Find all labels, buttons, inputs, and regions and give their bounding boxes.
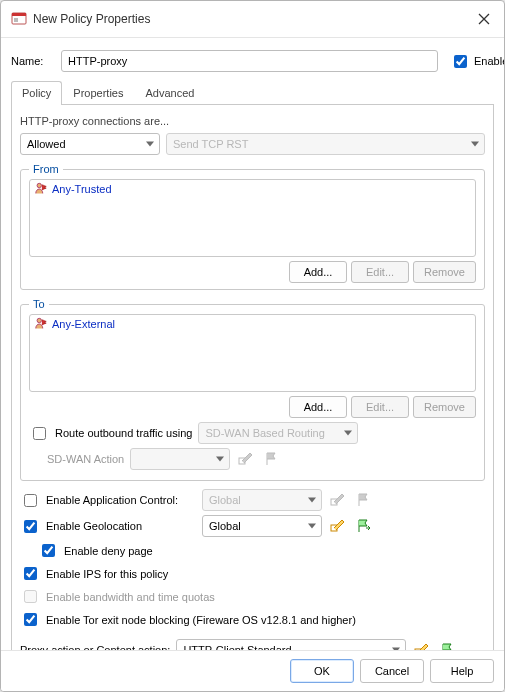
route-outbound-checkbox[interactable] (33, 427, 46, 440)
list-item[interactable]: Any-External (30, 315, 475, 333)
svg-rect-2 (14, 18, 18, 22)
from-list[interactable]: Any-Trusted (29, 179, 476, 257)
svg-rect-1 (12, 13, 26, 16)
list-item[interactable]: Any-Trusted (30, 180, 475, 198)
from-add-button[interactable]: Add... (289, 261, 347, 283)
close-button[interactable] (474, 9, 494, 29)
tab-policy[interactable]: Policy (11, 81, 62, 105)
to-remove-button: Remove (413, 396, 476, 418)
app-control-edit-icon (328, 490, 348, 510)
geolocation-edit-icon[interactable] (328, 516, 348, 536)
app-control-checkbox[interactable] (24, 494, 37, 507)
from-group: From Any-Trusted Add... Edit... Remove (20, 163, 485, 290)
titlebar: New Policy Properties (1, 1, 504, 38)
bandwidth-quotas-checkbox (24, 590, 37, 603)
route-method-select: SD-WAN Based Routing (198, 422, 358, 444)
connections-advisory-select: Send TCP RST (166, 133, 485, 155)
geolocation-export-icon[interactable] (354, 516, 374, 536)
from-edit-button: Edit... (351, 261, 409, 283)
sdwan-action-select (130, 448, 230, 470)
sdwan-action-label: SD-WAN Action (47, 453, 124, 465)
tabstrip: Policy Properties Advanced (11, 80, 494, 105)
ips-label: Enable IPS for this policy (46, 568, 168, 580)
alias-icon (34, 182, 48, 196)
bandwidth-quotas-label: Enable bandwidth and time quotas (46, 591, 215, 603)
sdwan-flag-icon (262, 449, 282, 469)
cancel-button[interactable]: Cancel (360, 659, 424, 683)
ok-button[interactable]: OK (290, 659, 354, 683)
from-remove-button: Remove (413, 261, 476, 283)
to-list[interactable]: Any-External (29, 314, 476, 392)
route-outbound-label: Route outbound traffic using (55, 427, 192, 439)
help-button[interactable]: Help (430, 659, 494, 683)
svg-point-4 (37, 318, 41, 322)
to-group: To Any-External Add... Edit... Remove (20, 298, 485, 481)
window-title: New Policy Properties (33, 12, 474, 26)
deny-page-label: Enable deny page (64, 545, 153, 557)
enable-checkbox[interactable] (454, 55, 467, 68)
app-control-scope-select: Global (202, 489, 322, 511)
app-control-label: Enable Application Control: (46, 494, 196, 506)
enable-label: Enable (474, 55, 505, 67)
geolocation-checkbox[interactable] (24, 520, 37, 533)
svg-point-3 (37, 183, 41, 187)
to-edit-button: Edit... (351, 396, 409, 418)
tab-advanced[interactable]: Advanced (134, 81, 205, 105)
tor-blocking-checkbox[interactable] (24, 613, 37, 626)
app-control-flag-icon (354, 490, 374, 510)
connections-heading: HTTP-proxy connections are... (20, 115, 485, 127)
app-icon (11, 11, 27, 27)
alias-icon (34, 317, 48, 331)
tor-blocking-label: Enable Tor exit node blocking (Fireware … (46, 614, 356, 626)
from-legend: From (29, 163, 63, 175)
geolocation-label: Enable Geolocation (46, 520, 196, 532)
to-add-button[interactable]: Add... (289, 396, 347, 418)
name-input[interactable] (61, 50, 438, 72)
name-label: Name: (11, 55, 55, 67)
to-alias-label: Any-External (52, 318, 115, 330)
to-legend: To (29, 298, 49, 310)
sdwan-edit-icon (236, 449, 256, 469)
connections-allow-select[interactable]: Allowed (20, 133, 160, 155)
deny-page-checkbox[interactable] (42, 544, 55, 557)
dialog-footer: OK Cancel Help (1, 650, 504, 691)
ips-checkbox[interactable] (24, 567, 37, 580)
tab-properties[interactable]: Properties (62, 81, 134, 105)
geolocation-scope-select[interactable]: Global (202, 515, 322, 537)
from-alias-label: Any-Trusted (52, 183, 112, 195)
